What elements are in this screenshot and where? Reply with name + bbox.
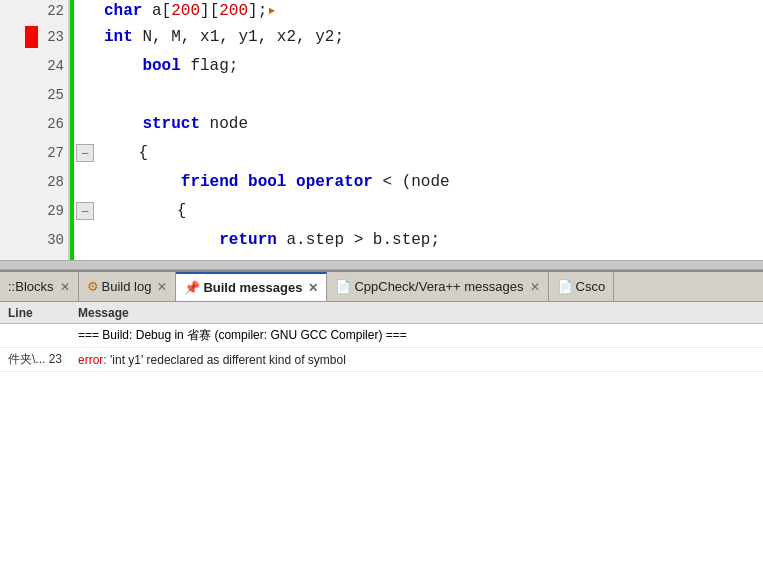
messages-panel: Line Message === Build: Debug in 省赛 (com… (0, 302, 763, 562)
build-log-icon: ⚙ (87, 279, 99, 294)
code-lines-container: 22 char a[200][200];▸ 23 int N, M, x1, y… (0, 0, 763, 260)
code-content-26: struct node (96, 110, 248, 138)
line-num-area-23: 23 (0, 22, 70, 51)
tab-bar: ::Blocks ✕ ⚙ Build log ✕ 📌 Build message… (0, 270, 763, 302)
line-number-25: 25 (36, 81, 64, 109)
messages-header: Line Message (0, 302, 763, 324)
code-line-28: 28 friend bool operator < (node (0, 167, 763, 196)
tab-build-messages-close[interactable]: ✕ (308, 281, 318, 295)
line-num-area-25: 25 (0, 80, 70, 109)
code-line-29: 29 — { (0, 196, 763, 225)
message-row-0: === Build: Debug in 省赛 (compiler: GNU GC… (0, 324, 763, 348)
line-num-area-30: 30 (0, 225, 70, 254)
line-number-22: 22 (36, 0, 64, 22)
code-line-26: 26 struct node (0, 109, 763, 138)
app-container: 22 char a[200][200];▸ 23 int N, M, x1, y… (0, 0, 763, 562)
code-content-24: bool flag; (96, 52, 238, 80)
green-bar-27 (70, 138, 74, 167)
code-content-29: { (96, 197, 186, 225)
tab-build-messages[interactable]: 📌 Build messages ✕ (176, 272, 327, 301)
fold-marker-27[interactable]: — (76, 144, 94, 162)
line-num-area-22: 22 (0, 0, 70, 22)
tab-blocks-label: ::Blocks (8, 279, 54, 294)
col-line-header: Line (8, 306, 78, 320)
tab-cppcheck-label: CppCheck/Vera++ messages (354, 279, 523, 294)
line-number-29: 29 (36, 197, 64, 225)
line-num-area-29: 29 (0, 196, 70, 225)
green-bar-28 (70, 167, 74, 196)
code-content-22: char a[200][200];▸ (96, 0, 277, 22)
green-bar-25 (70, 80, 74, 109)
code-editor: 22 char a[200][200];▸ 23 int N, M, x1, y… (0, 0, 763, 260)
code-content-23: int N, M, x1, y1, x2, y2; (96, 23, 344, 51)
tab-blocks[interactable]: ::Blocks ✕ (0, 272, 79, 301)
tab-cppcheck[interactable]: 📄 CppCheck/Vera++ messages ✕ (327, 272, 548, 301)
editor-scrollbar[interactable] (0, 260, 763, 270)
green-bar-29 (70, 196, 74, 225)
msg-text-1: error: 'int y1' redeclared as different … (78, 353, 346, 367)
code-line-27: 27 — { (0, 138, 763, 167)
msg-file-prefix: 件夹\... 23 (8, 351, 78, 368)
tab-build-log[interactable]: ⚙ Build log ✕ (79, 272, 177, 301)
code-line-31: 31 — } (0, 254, 763, 260)
line-number-30: 30 (36, 226, 64, 254)
tab-cppcheck-close[interactable]: ✕ (530, 280, 540, 294)
tab-csco[interactable]: 📄 Csco (549, 272, 615, 301)
dash-marker-31: — (76, 254, 94, 260)
code-line-22: 22 char a[200][200];▸ (0, 0, 763, 22)
code-content-27: { (96, 139, 148, 167)
tab-build-messages-label: Build messages (203, 280, 302, 295)
line-num-area-27: 27 (0, 138, 70, 167)
green-bar-24 (70, 51, 74, 80)
line-num-area-24: 24 (0, 51, 70, 80)
message-row-1: 件夹\... 23 error: 'int y1' redeclared as … (0, 348, 763, 372)
green-bar-30 (70, 225, 74, 254)
line-number-26: 26 (36, 110, 64, 138)
tab-blocks-close[interactable]: ✕ (60, 280, 70, 294)
line-number-24: 24 (36, 52, 64, 80)
tab-build-log-label: Build log (102, 279, 152, 294)
code-line-25: 25 (0, 80, 763, 109)
green-bar-31 (70, 254, 74, 260)
code-content-30: return a.step > b.step; (96, 226, 440, 254)
error-marker-23 (25, 26, 38, 48)
code-line-24: 24 bool flag; (0, 51, 763, 80)
tab-csco-label: Csco (576, 279, 606, 294)
green-bar-23 (70, 22, 74, 51)
col-message-header: Message (78, 306, 129, 320)
build-messages-icon: 📌 (184, 280, 200, 295)
line-number-28: 28 (36, 168, 64, 196)
csco-icon: 📄 (557, 279, 573, 294)
tab-build-log-close[interactable]: ✕ (157, 280, 167, 294)
line-num-area-31: 31 (0, 254, 70, 260)
line-number-23: 23 (40, 23, 68, 51)
code-content-28: friend bool operator < (node (96, 168, 450, 196)
code-line-23: 23 int N, M, x1, y1, x2, y2; (0, 22, 763, 51)
green-bar-26 (70, 109, 74, 138)
code-content-31: } (96, 255, 186, 261)
green-bar-22 (70, 0, 74, 22)
line-number-27: 27 (36, 139, 64, 167)
line-num-area-28: 28 (0, 167, 70, 196)
cppcheck-icon: 📄 (335, 279, 351, 294)
line-num-area-26: 26 (0, 109, 70, 138)
code-line-30: 30 return a.step > b.step; (0, 225, 763, 254)
fold-marker-29[interactable]: — (76, 202, 94, 220)
msg-text-0: === Build: Debug in 省赛 (compiler: GNU GC… (78, 327, 407, 344)
line-number-31: 31 (36, 255, 64, 261)
